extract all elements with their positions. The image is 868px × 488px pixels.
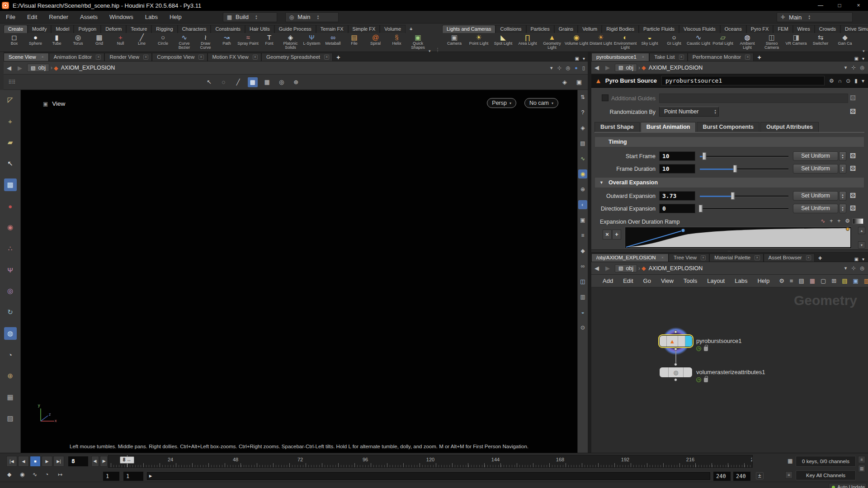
shelf-tab[interactable]: Grains: [554, 25, 578, 33]
side-tool-icon[interactable]: ∴: [4, 242, 17, 255]
shelf-tool[interactable]: ⇆ Switcher: [808, 33, 833, 46]
shelf-tool[interactable]: ∿ Curve Bezier: [174, 33, 195, 50]
folder-tab[interactable]: Burst Shape: [594, 122, 640, 132]
shelf-tab[interactable]: Constraints: [211, 25, 245, 33]
shelf-tool[interactable]: + Null: [110, 33, 131, 46]
world-icon[interactable]: ●: [575, 65, 578, 70]
close-tab-icon[interactable]: ×: [660, 255, 665, 260]
timeline-options-icon[interactable]: ▦: [788, 458, 793, 464]
network-menu-item[interactable]: Edit: [618, 275, 638, 287]
side-tool-icon[interactable]: ↻: [4, 306, 17, 319]
close-tab-icon[interactable]: ×: [40, 55, 45, 60]
side-tool-icon[interactable]: ◔: [4, 348, 17, 361]
pane-tab[interactable]: Asset Browser ×: [764, 253, 815, 262]
desktop-selector[interactable]: ▦ Build ▲▼: [223, 12, 277, 22]
display-option-icon[interactable]: ◐: [578, 200, 587, 209]
playbar-option-icon[interactable]: ◆: [7, 471, 11, 478]
close-tab-icon[interactable]: ×: [96, 55, 101, 60]
persp-selector[interactable]: Persp ▾: [487, 98, 516, 108]
viewport-option-icon[interactable]: ◈: [560, 77, 570, 87]
pin-icon[interactable]: ⊹: [557, 65, 561, 71]
pane-tab[interactable]: /obj/AXIOM_EXPLOSION ×: [591, 253, 669, 262]
shelf-tab[interactable]: Collisions: [495, 25, 526, 33]
pane-menu-caret-icon[interactable]: ▾: [583, 56, 585, 61]
shelf-tool[interactable]: ▣ Quick Shapes: [407, 33, 429, 50]
play-button[interactable]: ▶: [42, 456, 52, 467]
shelf-tool[interactable]: ∞ Metaball: [322, 33, 344, 46]
minimize-button[interactable]: —: [811, 0, 830, 11]
display-option-icon[interactable]: ?: [578, 108, 587, 117]
shelf-tool[interactable]: Ψ L-System: [301, 33, 322, 46]
side-tool-icon[interactable]: ▰: [4, 136, 17, 149]
param-header-icon[interactable]: ∩: [838, 78, 842, 84]
pin-icon[interactable]: ⊹: [851, 65, 855, 70]
shelf-tool[interactable]: ◉ Volume Light: [564, 33, 589, 46]
spinner-icon[interactable]: ▲▼: [839, 151, 846, 161]
shelf-tab[interactable]: Create: [4, 25, 28, 33]
menu-item[interactable]: Edit: [21, 11, 43, 23]
jump-end-button[interactable]: ▶|: [53, 456, 64, 467]
path-caret-icon[interactable]: ▾: [844, 65, 847, 70]
ramp-tool-icon[interactable]: +: [830, 218, 833, 224]
dice-icon[interactable]: ⚄: [850, 108, 856, 116]
param-slider[interactable]: [700, 164, 788, 174]
display-option-icon[interactable]: ◈: [578, 123, 587, 132]
pane-box-icon[interactable]: ▣: [575, 56, 579, 61]
menu-item[interactable]: Assets: [74, 11, 104, 23]
playbar-option-icon[interactable]: ↦: [58, 471, 62, 478]
shelf-tool[interactable]: ◍ Ambient Light: [735, 33, 760, 50]
forward-icon[interactable]: ▶: [14, 65, 25, 71]
menu-item[interactable]: File: [0, 11, 21, 23]
close-button[interactable]: ×: [849, 0, 868, 11]
param-header-icon[interactable]: ▮: [854, 78, 858, 84]
section-header[interactable]: ▼ Overall Expansion: [594, 177, 864, 188]
shelf-tab[interactable]: Pyro FX: [746, 25, 774, 33]
node-input-connector[interactable]: [674, 330, 677, 333]
pane-tab[interactable]: Motion FX View ×: [208, 53, 262, 61]
dice-icon[interactable]: ⚄: [850, 164, 856, 173]
network-toolbar-icon[interactable]: ≡: [790, 277, 793, 284]
shelf-tab[interactable]: Simple FX: [348, 25, 380, 33]
display-option-icon[interactable]: ⇅: [578, 93, 587, 102]
key-all-channels-button[interactable]: Key All Channels: [796, 470, 856, 480]
shelf-tool[interactable]: ▲ Geometry Light: [540, 33, 564, 50]
side-tool-icon[interactable]: +: [4, 115, 17, 127]
back-icon[interactable]: ◀: [4, 65, 14, 71]
follow-icon[interactable]: ◎: [860, 265, 864, 271]
close-tab-icon[interactable]: ×: [755, 255, 760, 260]
shelf-tool[interactable]: ▱ Portal Light: [711, 33, 735, 46]
path-caret-icon[interactable]: ▾: [550, 65, 553, 71]
shelf-tool[interactable]: ▦ Grid: [89, 33, 110, 46]
shelf-tab[interactable]: Rigging: [151, 25, 177, 33]
shelf-tool[interactable]: ◣ Spot Light: [491, 33, 515, 46]
menu-item[interactable]: Windows: [104, 11, 139, 23]
viewport-tool-icon[interactable]: ╱: [233, 77, 243, 87]
pane-tab[interactable]: Animation Editor ×: [49, 53, 105, 61]
toolbar-grip-icon[interactable]: ⠿⠿: [8, 79, 15, 85]
side-tool-icon[interactable]: Ψ: [4, 263, 17, 276]
add-pane-tab-button[interactable]: +: [333, 54, 344, 61]
shelf-tab[interactable]: Particles: [526, 25, 554, 33]
ramp-tool-icon[interactable]: +: [837, 218, 840, 224]
display-option-icon[interactable]: ▥: [578, 292, 587, 301]
current-frame-field[interactable]: 8: [68, 456, 89, 467]
follow-icon[interactable]: ◎: [860, 65, 864, 70]
display-option-icon[interactable]: ▣: [578, 216, 587, 225]
shelf-tab[interactable]: Particle Fluids: [639, 25, 679, 33]
display-option-icon[interactable]: ◫: [578, 277, 587, 286]
shelf-tool[interactable]: ◻ Box: [4, 33, 25, 46]
close-tab-icon[interactable]: ×: [806, 255, 811, 260]
pane-tab[interactable]: Render View ×: [104, 53, 152, 61]
shelf-tool[interactable]: ● Sphere: [25, 33, 46, 46]
display-option-icon[interactable]: ⊕: [578, 185, 587, 194]
playbar-option-icon[interactable]: ◉: [20, 471, 24, 478]
shelf-tool[interactable]: § Helix: [386, 33, 407, 46]
stop-button[interactable]: ■: [30, 456, 41, 467]
pane-tab[interactable]: Performance Monitor ×: [688, 53, 754, 61]
viewport-tool-icon[interactable]: ⊕: [291, 77, 301, 87]
display-option-icon[interactable]: ≡: [578, 231, 587, 240]
pin-icon[interactable]: ⊹: [851, 265, 855, 271]
side-tool-icon[interactable]: ●: [4, 200, 17, 212]
pane-tab[interactable]: Take List ×: [649, 53, 688, 61]
back-icon[interactable]: ◀: [591, 64, 602, 71]
